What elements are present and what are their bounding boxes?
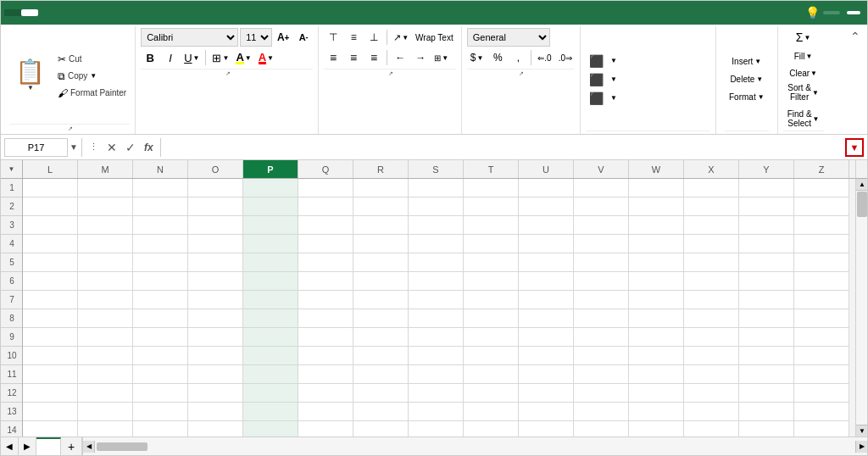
cut-button[interactable]: ✂ Cut (54, 52, 130, 67)
share-button[interactable] (847, 11, 860, 14)
top-align-button[interactable]: ⊤ (324, 28, 342, 47)
scroll-right-button[interactable]: ▶ (855, 441, 867, 453)
cell-N6[interactable] (133, 272, 188, 291)
cell-Q8[interactable] (298, 309, 353, 328)
cell-Z2[interactable] (794, 197, 849, 216)
cell-W3[interactable] (629, 216, 684, 235)
wrap-text-button[interactable]: Wrap Text (413, 28, 456, 47)
delete-cells-button[interactable]: Delete▼ (726, 72, 767, 86)
cell-Z14[interactable] (794, 421, 849, 437)
vertical-scrollbar[interactable]: ▲ ▼ (855, 179, 867, 437)
borders-button[interactable]: ⊞▼ (209, 48, 231, 67)
add-sheet-button[interactable]: + (61, 437, 82, 455)
menu-insert[interactable] (38, 9, 55, 16)
format-painter-button[interactable]: 🖌 Format Painter (54, 86, 130, 101)
cell-V6[interactable] (574, 272, 629, 291)
cell-R6[interactable] (353, 272, 409, 291)
cell-Y7[interactable] (739, 291, 794, 309)
cell-P8[interactable] (243, 309, 298, 328)
cell-M11[interactable] (78, 365, 133, 384)
cell-T9[interactable] (464, 328, 519, 347)
font-color-button[interactable]: A ▼ (256, 48, 276, 67)
cell-N5[interactable] (133, 253, 188, 272)
cell-M13[interactable] (78, 403, 133, 421)
cell-W12[interactable] (629, 384, 684, 403)
scroll-thumb-horizontal[interactable] (97, 442, 147, 451)
cell-U13[interactable] (519, 403, 574, 421)
cell-Y9[interactable] (739, 328, 794, 347)
middle-align-button[interactable]: ≡ (344, 28, 363, 47)
cell-M4[interactable] (78, 235, 133, 253)
cell-O4[interactable] (188, 235, 243, 253)
decrease-indent-button[interactable]: ← (391, 48, 409, 67)
cell-V3[interactable] (574, 216, 629, 235)
cell-Q2[interactable] (298, 197, 353, 216)
cell-X13[interactable] (684, 403, 739, 421)
formula-bar-expand-button[interactable]: ▼ (845, 138, 864, 157)
sheet-nav-next[interactable]: ▶ (19, 437, 36, 455)
cell-T7[interactable] (464, 291, 519, 309)
number-format-select[interactable]: General (467, 28, 550, 47)
cell-R8[interactable] (353, 309, 409, 328)
right-align-button[interactable]: ≡ (364, 48, 383, 67)
cell-U1[interactable] (519, 179, 574, 197)
cell-L6[interactable] (23, 272, 78, 291)
cell-U9[interactable] (519, 328, 574, 347)
underline-button[interactable]: U▼ (181, 48, 202, 67)
cell-N4[interactable] (133, 235, 188, 253)
cell-S13[interactable] (409, 403, 464, 421)
scroll-up-button[interactable]: ▲ (856, 179, 867, 191)
cell-X3[interactable] (684, 216, 739, 235)
cell-T11[interactable] (464, 365, 519, 384)
sheet-nav-prev[interactable]: ◀ (1, 437, 19, 455)
cell-L9[interactable] (23, 328, 78, 347)
cell-Z6[interactable] (794, 272, 849, 291)
row-header-6[interactable]: 6 (1, 272, 23, 291)
cell-S11[interactable] (409, 365, 464, 384)
cell-W14[interactable] (629, 421, 684, 437)
col-header-N[interactable]: N (133, 160, 188, 179)
cell-Z4[interactable] (794, 235, 849, 253)
cell-R10[interactable] (353, 347, 409, 365)
cell-Q3[interactable] (298, 216, 353, 235)
cell-Z13[interactable] (794, 403, 849, 421)
cell-W8[interactable] (629, 309, 684, 328)
insert-function-button[interactable]: fx (141, 140, 157, 155)
cell-M9[interactable] (78, 328, 133, 347)
cell-S12[interactable] (409, 384, 464, 403)
cell-N7[interactable] (133, 291, 188, 309)
cell-L8[interactable] (23, 309, 78, 328)
cell-O13[interactable] (188, 403, 243, 421)
cell-Q5[interactable] (298, 253, 353, 272)
cell-R5[interactable] (353, 253, 409, 272)
cell-Y13[interactable] (739, 403, 794, 421)
cell-U11[interactable] (519, 365, 574, 384)
cell-W13[interactable] (629, 403, 684, 421)
cell-W10[interactable] (629, 347, 684, 365)
row-col-corner[interactable]: ▼ (1, 160, 23, 179)
formula-input[interactable] (164, 138, 843, 157)
scroll-left-button[interactable]: ◀ (83, 441, 95, 453)
row-header-12[interactable]: 12 (1, 384, 23, 403)
cell-X6[interactable] (684, 272, 739, 291)
alignment-group-label[interactable]: ↗ (324, 69, 456, 77)
cell-R7[interactable] (353, 291, 409, 309)
cell-W9[interactable] (629, 328, 684, 347)
cell-P2[interactable] (243, 197, 298, 216)
cell-P10[interactable] (243, 347, 298, 365)
cell-T2[interactable] (464, 197, 519, 216)
cell-V9[interactable] (574, 328, 629, 347)
cell-U5[interactable] (519, 253, 574, 272)
menu-data[interactable] (89, 9, 106, 16)
cell-L5[interactable] (23, 253, 78, 272)
cell-X14[interactable] (684, 421, 739, 437)
cell-S3[interactable] (409, 216, 464, 235)
cell-W7[interactable] (629, 291, 684, 309)
cell-N13[interactable] (133, 403, 188, 421)
cell-R3[interactable] (353, 216, 409, 235)
merge-center-button[interactable]: ⊞▼ (431, 48, 451, 67)
cell-O2[interactable] (188, 197, 243, 216)
cell-L10[interactable] (23, 347, 78, 365)
menu-formulas[interactable] (72, 9, 89, 16)
cell-U10[interactable] (519, 347, 574, 365)
